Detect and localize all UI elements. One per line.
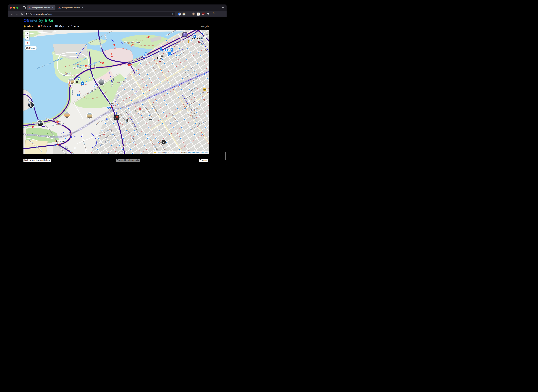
waypoint-marker[interactable] (105, 123, 106, 124)
waypoint-marker[interactable] (143, 93, 144, 94)
waypoint-marker[interactable] (190, 40, 192, 41)
waypoint-marker[interactable] (155, 138, 156, 139)
waypoint-marker[interactable] (168, 145, 169, 146)
waypoint-marker[interactable] (142, 104, 143, 105)
waypoint-marker[interactable] (140, 153, 142, 154)
waypoint-marker[interactable] (124, 89, 125, 90)
bike-parking-badge[interactable]: C30 (145, 52, 147, 56)
waypoint-marker[interactable] (123, 138, 124, 139)
forward-button[interactable]: → (15, 12, 19, 16)
waypoint-marker[interactable] (157, 89, 158, 90)
photo-marker[interactable] (63, 112, 70, 118)
waypoint-marker[interactable] (190, 51, 191, 52)
bike-parking-badge[interactable]: C20 (165, 49, 168, 53)
waypoint-marker[interactable] (132, 153, 133, 154)
waypoint-marker[interactable] (207, 67, 209, 68)
selected-pin-marker[interactable] (114, 115, 119, 120)
waypoint-marker[interactable] (208, 55, 209, 56)
waypoint-marker[interactable] (147, 138, 148, 139)
drinking-water-icon[interactable] (77, 93, 80, 96)
waypoint-marker[interactable] (154, 149, 155, 150)
waypoint-marker[interactable] (183, 131, 184, 131)
waypoint-marker[interactable] (135, 81, 136, 82)
language-toggle-top[interactable]: Français (200, 25, 209, 28)
waypoint-marker[interactable] (175, 66, 176, 67)
waypoint-marker[interactable] (191, 131, 192, 131)
waypoint-marker[interactable] (187, 48, 188, 49)
map-canvas[interactable]: ParliamentLyonPimisiBayview 2 C100C20C30… (24, 30, 209, 154)
waypoint-marker[interactable] (119, 145, 120, 146)
waypoint-marker[interactable] (202, 134, 203, 135)
waypoint-marker[interactable] (174, 104, 176, 105)
waypoint-marker[interactable] (116, 109, 117, 111)
back-button[interactable]: ← (10, 12, 14, 16)
waypoint-marker[interactable] (124, 126, 125, 127)
nav-item-calendar[interactable]: 17 Calendar (38, 24, 52, 28)
waypoint-marker[interactable] (153, 96, 154, 98)
waypoint-marker[interactable] (94, 86, 95, 87)
waypoint-marker[interactable] (130, 149, 131, 150)
waypoint-marker[interactable] (167, 93, 168, 94)
waypoint-marker[interactable] (55, 145, 56, 146)
waypoint-marker[interactable] (141, 115, 142, 116)
waypoint-marker[interactable] (100, 141, 102, 142)
extensions-puzzle-icon[interactable] (206, 12, 209, 16)
new-tab-button[interactable]: + (87, 6, 90, 9)
waypoint-marker[interactable] (203, 85, 204, 86)
waypoint-marker[interactable] (115, 126, 116, 127)
waypoint-marker[interactable] (121, 96, 122, 98)
waypoint-marker[interactable] (86, 81, 87, 82)
waypoint-marker[interactable] (138, 123, 138, 124)
waypoint-marker[interactable] (180, 138, 181, 139)
waypoint-marker[interactable] (155, 48, 156, 49)
zoom-in-button[interactable]: + (25, 32, 29, 36)
waypoint-marker[interactable] (74, 148, 76, 149)
waypoint-marker[interactable] (178, 97, 179, 98)
waypoint-marker[interactable] (147, 74, 148, 75)
waypoint-marker[interactable] (204, 74, 205, 75)
drinking-water-icon[interactable] (108, 107, 111, 109)
waypoint-marker[interactable] (145, 96, 146, 98)
waypoint-marker[interactable] (190, 142, 191, 143)
tab-close-icon[interactable]: × (82, 7, 84, 9)
waypoint-marker[interactable] (139, 74, 140, 75)
photo-marker[interactable] (86, 112, 93, 119)
waypoint-marker[interactable] (166, 40, 167, 41)
waypoint-marker[interactable] (130, 112, 131, 112)
waypoint-marker[interactable] (198, 51, 199, 52)
waypoint-marker[interactable] (205, 127, 206, 128)
waypoint-marker[interactable] (195, 123, 196, 124)
waypoint-marker[interactable] (159, 130, 160, 131)
language-toggle-bottom[interactable]: Français (199, 159, 208, 162)
bike-parking-badge[interactable]: C30 (171, 48, 173, 52)
waypoint-marker[interactable] (158, 142, 159, 143)
waypoint-marker[interactable] (171, 85, 171, 86)
onepassword-extension-icon[interactable]: 1 (177, 12, 181, 16)
waypoint-marker[interactable] (162, 123, 163, 124)
waypoint-marker[interactable] (166, 142, 167, 143)
lock-icon[interactable] (30, 13, 32, 15)
waypoint-marker[interactable] (160, 119, 161, 120)
bookmark-star-icon[interactable]: ☆ (172, 13, 174, 15)
nav-item-map[interactable]: Map (55, 24, 64, 28)
waypoint-marker[interactable] (134, 93, 136, 94)
leaflet-link[interactable]: Leaflet (157, 152, 162, 153)
waypoint-marker[interactable] (202, 33, 203, 34)
nav-item-admin[interactable]: Admin (67, 24, 79, 28)
waypoint-marker[interactable] (93, 76, 94, 77)
marker-cluster[interactable]: 2 (182, 32, 187, 37)
maximize-window-button[interactable] (16, 7, 18, 9)
waypoint-marker[interactable] (151, 119, 152, 120)
footer-powered-by-link[interactable]: Powered by whereto.bike (116, 159, 140, 162)
downloads-button[interactable] (187, 12, 190, 16)
waypoint-marker[interactable] (108, 153, 109, 154)
waypoint-marker[interactable] (188, 100, 190, 101)
waypoint-marker[interactable] (186, 59, 187, 60)
waypoint-marker[interactable] (117, 104, 118, 105)
waypoint-marker[interactable] (199, 104, 200, 105)
waypoint-marker[interactable] (173, 126, 174, 128)
waypoint-marker[interactable] (89, 77, 90, 78)
waypoint-marker[interactable] (176, 145, 177, 146)
waypoint-marker[interactable] (156, 100, 157, 101)
waypoint-marker[interactable] (161, 70, 162, 71)
